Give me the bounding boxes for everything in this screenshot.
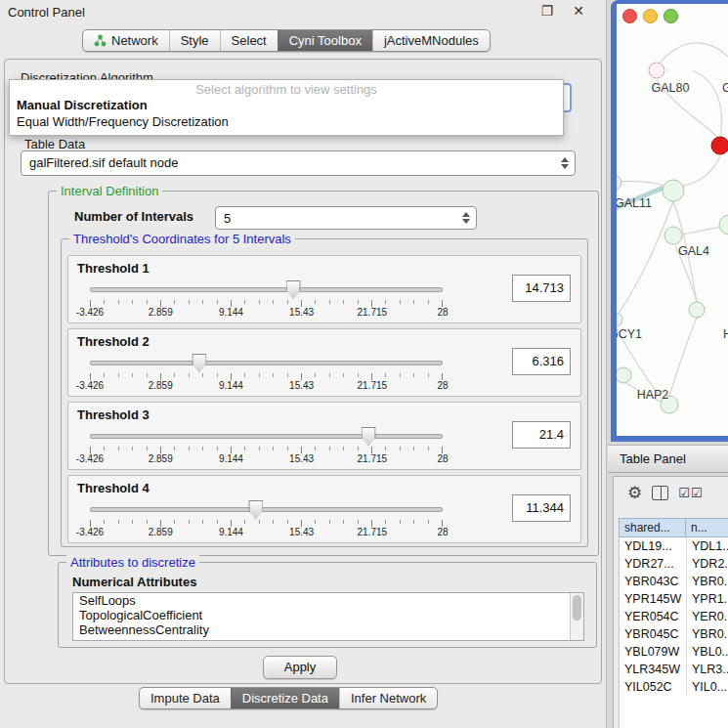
algorithm-option-equal-width-frequency[interactable]: Equal Width/Frequency Discretization xyxy=(10,113,563,130)
checkbox-icon[interactable]: ☑ xyxy=(691,486,704,500)
node[interactable] xyxy=(719,215,728,235)
tick-label: 15.43 xyxy=(289,527,314,537)
threshold-2-slider-thumb[interactable] xyxy=(192,354,206,372)
node[interactable] xyxy=(617,367,631,383)
number-of-intervals-select[interactable]: 5 xyxy=(215,206,477,230)
cell[interactable]: YBR0... xyxy=(687,573,728,590)
tick-label: -3.426 xyxy=(76,527,104,537)
network-nodes[interactable] xyxy=(617,63,728,413)
table-row[interactable]: YBR043CYBR0... xyxy=(620,573,728,590)
table-data-select[interactable]: galFiltered.sif default node xyxy=(21,150,576,176)
mac-minimize-button[interactable] xyxy=(643,9,658,23)
threshold-1-value-field[interactable]: 14.713 xyxy=(512,275,571,302)
table-row[interactable]: YIL052CYIL0... xyxy=(620,678,728,696)
apply-button[interactable]: Apply xyxy=(263,656,337,679)
cell[interactable]: YDR27... xyxy=(620,555,687,573)
gear-icon[interactable]: ⚙ xyxy=(627,485,642,501)
slider-ticks xyxy=(90,373,443,380)
table-row[interactable]: YLR345WYLR3... xyxy=(620,661,728,678)
tab-style-label: Style xyxy=(181,33,209,48)
algorithm-dropdown-list: Select algorithm to view settings Manual… xyxy=(9,79,564,136)
threshold-3-slider[interactable] xyxy=(90,426,443,446)
slider-ticks xyxy=(90,520,443,527)
cell[interactable]: YBR0... xyxy=(687,625,728,643)
table-row[interactable]: YBR045CYBR0... xyxy=(620,625,728,643)
checkbox-icon[interactable]: ☑ xyxy=(678,486,691,500)
numerical-attributes-list[interactable]: SelfLoops TopologicalCoefficient Between… xyxy=(72,592,584,641)
threshold-2-slider[interactable] xyxy=(90,353,443,372)
list-item[interactable]: SelfLoops xyxy=(73,593,583,608)
threshold-4-value-field[interactable]: 11.344 xyxy=(512,494,571,522)
algorithm-placeholder: Select algorithm to view settings xyxy=(10,80,563,97)
cell[interactable]: YER054C xyxy=(620,608,687,625)
tab-cyni-toolbox[interactable]: Cyni Toolbox xyxy=(278,30,372,51)
threshold-4-slider[interactable] xyxy=(90,499,443,519)
cell[interactable]: YDL1... xyxy=(687,537,728,555)
cell[interactable]: YIL052C xyxy=(620,678,687,696)
tab-infer-network[interactable]: Infer Network xyxy=(339,688,437,708)
mac-zoom-button[interactable] xyxy=(664,9,678,23)
threshold-2-value-field[interactable]: 6.316 xyxy=(512,348,571,375)
tab-jactivemnodules[interactable]: jActiveMNodules xyxy=(372,30,490,51)
tick-label: 2.859 xyxy=(149,307,173,318)
table-row[interactable]: YPR145WYPR1... xyxy=(620,590,728,608)
node[interactable] xyxy=(617,175,621,191)
tab-jactivemnodules-label: jActiveMNodules xyxy=(384,33,479,48)
cell[interactable]: YER0... xyxy=(687,608,728,625)
cell[interactable]: YLR345W xyxy=(620,661,687,678)
table-row[interactable]: YDR27...YDR2... xyxy=(620,555,728,573)
cell[interactable]: YDR2... xyxy=(687,555,728,573)
threshold-3-value-field[interactable]: 21.4 xyxy=(512,421,571,449)
node[interactable] xyxy=(664,227,682,244)
tab-impute-data[interactable]: Impute Data xyxy=(140,688,231,708)
threshold-3-slider-thumb[interactable] xyxy=(362,427,376,446)
cell[interactable]: YPR145W xyxy=(620,590,687,608)
column-header-shared-name[interactable]: shared... xyxy=(619,518,686,537)
cell[interactable]: YIL0... xyxy=(687,678,728,696)
threshold-4-slider-thumb[interactable] xyxy=(248,500,263,519)
list-item[interactable]: BetweennessCentrality xyxy=(73,622,583,637)
mac-close-button[interactable] xyxy=(622,9,637,23)
list-item[interactable]: TopologicalCoefficient xyxy=(73,608,583,622)
cell[interactable]: YLR3... xyxy=(687,661,728,678)
node-selected[interactable] xyxy=(711,137,728,154)
node[interactable] xyxy=(617,313,622,326)
cell[interactable]: YDL19... xyxy=(620,537,687,555)
table-row[interactable]: YDL19...YDL1... xyxy=(620,537,728,555)
slider-track xyxy=(90,507,443,512)
cell[interactable]: YBL0... xyxy=(687,643,728,661)
tab-discretize-data[interactable]: Discretize Data xyxy=(231,688,339,708)
node-label-partial: H xyxy=(723,327,728,341)
close-icon[interactable]: ✕ xyxy=(573,3,592,19)
node[interactable] xyxy=(649,63,664,78)
attributes-group-title: Attributes to discretize xyxy=(66,555,199,570)
column-header-name[interactable]: n... xyxy=(686,518,728,537)
table-row[interactable]: YBL079WYBL0... xyxy=(620,643,728,661)
control-panel-window: Control Panel ❐ ✕ Network Style Select C… xyxy=(0,0,607,728)
network-canvas[interactable]: GAL80 G GAL11 GAL4 GCY1 H HAP2 xyxy=(617,4,728,436)
scrollbar-thumb[interactable] xyxy=(573,595,581,621)
table-row[interactable]: YER054CYER0... xyxy=(620,608,728,625)
node[interactable] xyxy=(689,302,705,318)
tab-select[interactable]: Select xyxy=(220,30,278,51)
tab-network[interactable]: Network xyxy=(83,30,169,51)
threshold-1-slider-thumb[interactable] xyxy=(286,280,301,299)
cell[interactable]: YBR043C xyxy=(620,573,687,590)
threshold-1-slider[interactable] xyxy=(90,279,443,299)
threshold-4-box: Threshold 4 -3.426 2.859 9.144 15.43 xyxy=(67,475,581,543)
network-edges xyxy=(617,43,728,402)
network-graph[interactable]: GAL80 G GAL11 GAL4 GCY1 H HAP2 xyxy=(617,4,728,436)
columns-icon[interactable] xyxy=(652,486,668,500)
tick-label: 28 xyxy=(437,380,448,391)
threshold-2-box: Threshold 2 -3.426 2.859 9.144 15.43 xyxy=(67,328,581,397)
list-scrollbar[interactable] xyxy=(570,593,583,640)
float-window-icon[interactable]: ❐ xyxy=(541,3,562,19)
threshold-1-box: Threshold 1 -3.426 2.859 9.144 15.43 xyxy=(67,255,581,323)
algorithm-option-manual-discretization[interactable]: Manual Discretization xyxy=(10,97,563,113)
cell[interactable]: YBL079W xyxy=(620,643,687,661)
tab-style[interactable]: Style xyxy=(169,30,220,51)
cell[interactable]: YPR1... xyxy=(687,590,728,608)
node[interactable] xyxy=(663,180,684,201)
tick-label: 15.43 xyxy=(289,380,314,391)
cell[interactable]: YBR045C xyxy=(620,625,687,643)
